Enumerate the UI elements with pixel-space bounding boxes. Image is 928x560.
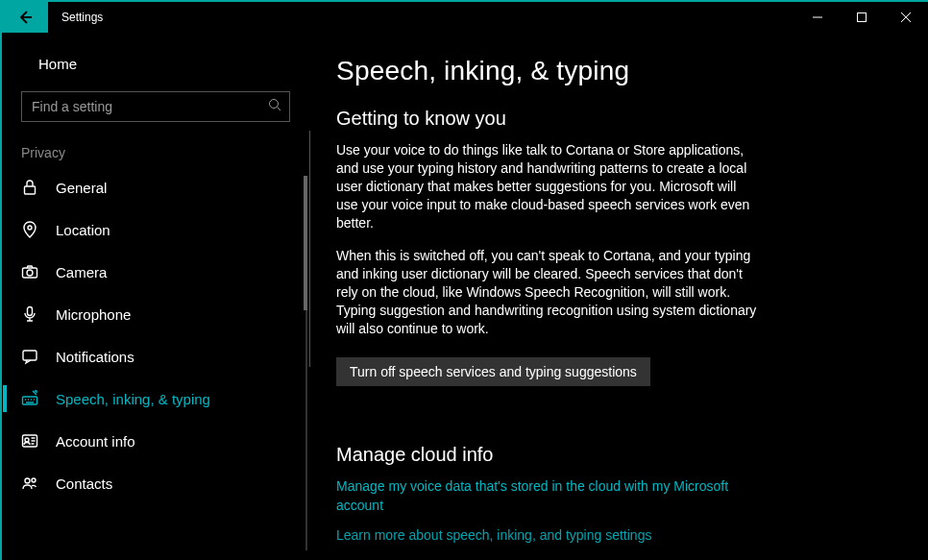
window-title: Settings xyxy=(48,2,103,33)
sidebar-item-contacts[interactable]: Contacts xyxy=(2,462,309,504)
maximize-icon xyxy=(857,12,867,22)
page-title: Speech, inking, & typing xyxy=(336,56,890,86)
svg-point-4 xyxy=(28,226,32,230)
turn-off-speech-button[interactable]: Turn off speech services and typing sugg… xyxy=(336,357,650,386)
close-button[interactable] xyxy=(884,2,928,33)
microphone-icon xyxy=(21,305,38,323)
svg-rect-9 xyxy=(23,397,37,404)
sidebar-item-label: General xyxy=(56,180,107,196)
sidebar-item-label: Location xyxy=(56,222,110,238)
svg-rect-8 xyxy=(23,351,37,360)
svg-rect-3 xyxy=(25,186,36,194)
sidebar-item-label: Notifications xyxy=(56,349,134,365)
sidebar-item-microphone[interactable]: Microphone xyxy=(2,293,309,335)
description-paragraph-1: Use your voice to do things like talk to… xyxy=(336,141,759,231)
sidebar-nav: General Location Camera Microphone xyxy=(2,166,309,560)
close-icon xyxy=(901,12,911,22)
account-info-icon xyxy=(21,432,38,450)
contacts-icon xyxy=(21,475,38,492)
sidebar-item-label: Microphone xyxy=(56,306,131,323)
sidebar-item-camera[interactable]: Camera xyxy=(2,251,309,293)
manage-voice-data-link[interactable]: Manage my voice data that's stored in th… xyxy=(336,477,759,515)
minimize-icon xyxy=(813,12,822,22)
svg-point-11 xyxy=(25,438,29,442)
svg-rect-7 xyxy=(28,307,33,316)
sidebar-item-general[interactable]: General xyxy=(2,166,309,208)
minimize-button[interactable] xyxy=(795,2,840,33)
arrow-left-icon xyxy=(17,10,33,25)
camera-icon xyxy=(21,263,38,280)
sidebar-item-notifications[interactable]: Notifications xyxy=(2,335,309,377)
home-label: Home xyxy=(38,56,77,72)
location-icon xyxy=(21,221,38,238)
home-nav[interactable]: Home xyxy=(2,46,309,82)
sidebar-item-location[interactable]: Location xyxy=(2,208,309,251)
back-button[interactable] xyxy=(2,2,48,33)
sidebar: Home Privacy General Location xyxy=(2,33,309,560)
scroll-thumb[interactable] xyxy=(304,176,307,310)
sidebar-item-label: Contacts xyxy=(56,475,112,492)
notifications-icon xyxy=(21,348,38,365)
section-heading-getting-to-know-you: Getting to know you xyxy=(336,108,890,130)
search-box[interactable] xyxy=(21,91,290,122)
content-scroll-indicator xyxy=(309,131,310,367)
description-paragraph-2: When this is switched off, you can't spe… xyxy=(336,247,759,337)
lock-icon xyxy=(21,179,38,196)
section-label-privacy: Privacy xyxy=(2,139,309,166)
search-icon xyxy=(268,98,281,115)
sidebar-item-label: Account info xyxy=(56,433,135,450)
svg-point-2 xyxy=(270,100,279,109)
sidebar-scrollbar[interactable] xyxy=(305,176,307,550)
learn-more-link[interactable]: Learn more about speech, inking, and typ… xyxy=(336,526,759,546)
speech-typing-icon xyxy=(21,390,38,407)
sidebar-item-speech-inking-typing[interactable]: Speech, inking, & typing xyxy=(2,377,309,420)
sidebar-item-label: Speech, inking, & typing xyxy=(56,391,210,407)
sidebar-item-account-info[interactable]: Account info xyxy=(2,420,309,462)
content-pane: Speech, inking, & typing Getting to know… xyxy=(309,33,928,560)
svg-point-13 xyxy=(32,478,36,482)
search-input[interactable] xyxy=(32,99,268,114)
svg-point-12 xyxy=(25,478,30,483)
svg-rect-0 xyxy=(858,13,867,22)
section-heading-manage-cloud-info: Manage cloud info xyxy=(336,444,890,466)
sidebar-item-label: Camera xyxy=(56,264,107,280)
svg-point-6 xyxy=(27,270,33,276)
maximize-button[interactable] xyxy=(840,2,884,33)
